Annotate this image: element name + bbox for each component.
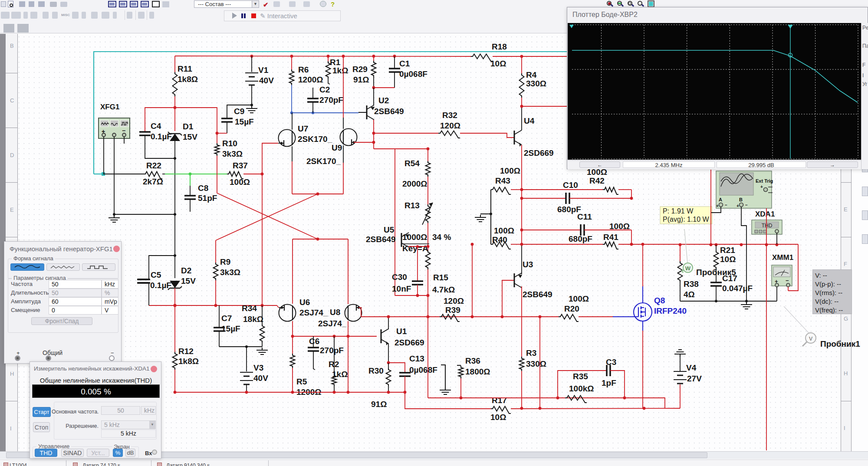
svg-text:Пробник1: Пробник1: [820, 339, 860, 348]
svg-text:U5: U5: [384, 225, 395, 234]
svg-text:120Ω: 120Ω: [440, 121, 460, 130]
svg-text:W: W: [685, 265, 691, 272]
svg-text:R4: R4: [526, 70, 537, 79]
svg-text:R40: R40: [492, 235, 507, 244]
svg-text:51pF: 51pF: [198, 194, 217, 203]
svg-text:U7: U7: [298, 124, 308, 133]
svg-text:2SB649: 2SB649: [374, 107, 404, 116]
svg-text:Ext Trig: Ext Trig: [756, 178, 773, 184]
svg-text:V: V: [809, 335, 813, 342]
svg-text:270pF: 270pF: [320, 346, 344, 355]
svg-text:R9: R9: [220, 257, 230, 266]
svg-text:1k8Ω: 1k8Ω: [178, 75, 198, 84]
svg-text:R37: R37: [233, 161, 248, 170]
svg-text:3k3Ω: 3k3Ω: [220, 268, 240, 277]
svg-text:100Ω: 100Ω: [230, 177, 250, 187]
svg-text:R10: R10: [222, 139, 237, 148]
svg-text:D1: D1: [183, 122, 194, 131]
svg-text:C5: C5: [151, 270, 161, 279]
svg-text:2SB649: 2SB649: [366, 235, 396, 244]
svg-text:1kΩ: 1kΩ: [332, 370, 348, 379]
svg-text:R11: R11: [178, 64, 192, 73]
svg-text:0.1µF: 0.1µF: [150, 281, 171, 290]
svg-text:91Ω: 91Ω: [353, 75, 369, 84]
svg-text:B: B: [739, 197, 743, 202]
svg-text:R12: R12: [178, 347, 194, 356]
svg-text:2k7Ω: 2k7Ω: [143, 177, 163, 186]
svg-text:34 %: 34 %: [432, 233, 451, 242]
svg-text:1kΩ: 1kΩ: [332, 66, 348, 75]
svg-text:R21: R21: [720, 246, 735, 255]
svg-text:15V: 15V: [183, 132, 197, 141]
svg-text:15µF: 15µF: [235, 117, 254, 126]
svg-text:1pF: 1pF: [602, 378, 616, 387]
svg-text:100Ω: 100Ω: [609, 222, 630, 231]
svg-text:R32: R32: [442, 111, 457, 120]
svg-text:R29: R29: [352, 65, 368, 74]
svg-text:100Ω: 100Ω: [569, 294, 589, 303]
svg-text:10Ω: 10Ω: [720, 255, 736, 264]
svg-text:R20: R20: [564, 304, 579, 313]
svg-text:C2: C2: [319, 85, 330, 94]
svg-text:U3: U3: [523, 260, 533, 269]
svg-text:−: −: [725, 203, 727, 207]
svg-text:C4: C4: [151, 121, 161, 131]
svg-text:40V: 40V: [259, 76, 274, 85]
svg-text:1200Ω: 1200Ω: [298, 75, 323, 84]
svg-text:Q8: Q8: [654, 296, 665, 305]
svg-text:V1: V1: [258, 66, 269, 75]
svg-text:C17: C17: [722, 274, 737, 283]
svg-text:R36: R36: [465, 356, 480, 365]
svg-text:A: A: [719, 197, 722, 202]
svg-text:R5: R5: [296, 377, 307, 386]
svg-text:0µ068F: 0µ068F: [409, 365, 437, 374]
svg-text:P: 1.91 W: P: 1.91 W: [663, 207, 694, 215]
svg-text:R34: R34: [242, 304, 257, 313]
svg-text:18kΩ: 18kΩ: [243, 315, 263, 324]
svg-text:−: −: [745, 203, 748, 207]
svg-text:C11: C11: [577, 212, 592, 221]
svg-text:2000Ω: 2000Ω: [402, 179, 427, 188]
svg-text:680pF: 680pF: [569, 234, 592, 243]
svg-text:2SJ74_: 2SJ74_: [299, 308, 328, 317]
svg-text:0.1µF: 0.1µF: [151, 132, 172, 141]
svg-text:100Ω: 100Ω: [500, 166, 520, 175]
svg-text:1k8Ω: 1k8Ω: [178, 357, 199, 366]
svg-text:40V: 40V: [253, 374, 268, 383]
svg-text:R18: R18: [492, 42, 507, 51]
svg-text:330Ω: 330Ω: [526, 79, 546, 88]
svg-text:U2: U2: [378, 96, 389, 105]
svg-text:2SK170_: 2SK170_: [306, 157, 341, 166]
svg-text:+: +: [736, 203, 739, 208]
svg-text:2SD669: 2SD669: [395, 338, 424, 347]
svg-text:C6: C6: [309, 337, 319, 346]
svg-text:P(avg): 1.10 W: P(avg): 1.10 W: [663, 216, 710, 223]
svg-text:R35: R35: [573, 372, 588, 381]
svg-text:THD: THD: [762, 223, 773, 229]
svg-text:R42: R42: [589, 176, 605, 185]
svg-text:1800Ω: 1800Ω: [465, 367, 490, 376]
svg-text:U1: U1: [396, 327, 407, 336]
svg-text:U4: U4: [524, 116, 535, 125]
svg-text:−: −: [786, 277, 789, 284]
svg-text:270pF: 270pF: [319, 95, 343, 105]
svg-text:91Ω: 91Ω: [371, 400, 387, 409]
svg-text:+: +: [716, 203, 719, 208]
svg-text:4Ω: 4Ω: [684, 290, 695, 299]
svg-text:2SK170_: 2SK170_: [298, 135, 332, 144]
svg-text:C3: C3: [606, 358, 616, 367]
svg-text:C1: C1: [399, 59, 410, 68]
svg-text:100kΩ: 100kΩ: [569, 384, 594, 393]
svg-text:100Ω: 100Ω: [494, 226, 514, 235]
svg-text:R30: R30: [368, 366, 384, 375]
svg-text:R38: R38: [684, 279, 699, 289]
svg-text:U8: U8: [330, 308, 340, 317]
svg-text:D2: D2: [181, 266, 191, 275]
svg-text:Key=A: Key=A: [402, 244, 428, 253]
svg-text:R1: R1: [330, 58, 341, 67]
svg-text:U6: U6: [299, 298, 310, 307]
svg-text:15V: 15V: [181, 276, 196, 286]
svg-text:R54: R54: [404, 159, 420, 168]
svg-text:10Ω: 10Ω: [490, 59, 506, 68]
svg-text:15µF: 15µF: [221, 324, 240, 333]
